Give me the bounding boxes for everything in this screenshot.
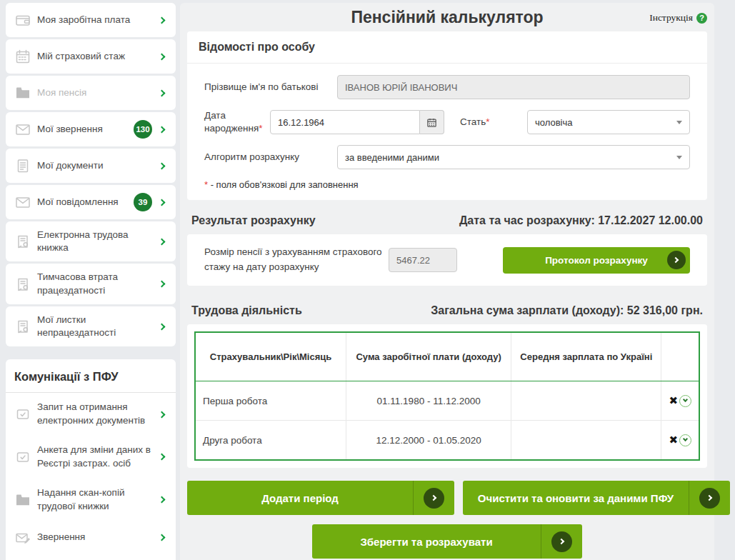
document-icon <box>14 157 37 174</box>
employer-cell: Друга робота <box>195 421 346 461</box>
row-actions: ✖ <box>661 421 699 461</box>
sidebar-item-label: Електронна трудова книжка <box>37 229 159 254</box>
sidebar-item-my-pension[interactable]: Моя пенсія <box>6 76 176 110</box>
sidebar-item-label: Мої документи <box>37 159 159 172</box>
action-buttons-row: Додати період Очистити та оновити за дан… <box>187 481 730 515</box>
fullname-input <box>337 75 690 99</box>
chevron-right-circle-icon <box>551 531 572 552</box>
folder-icon <box>14 491 37 509</box>
sidebar-item-request-e-documents[interactable]: Запит на отримання електронних документі… <box>6 393 176 436</box>
e-document-icon <box>14 406 37 423</box>
sidebar-item-registry-form[interactable]: Анкета для зміни даних в Реєстрі застрах… <box>6 436 176 479</box>
calendar-picker-button[interactable] <box>420 110 444 134</box>
chevron-right-icon <box>159 411 166 418</box>
instruction-link[interactable]: Інструкція ? <box>649 12 707 24</box>
average-cell <box>511 381 661 421</box>
chevron-right-icon <box>159 238 166 245</box>
envelope-icon <box>14 121 37 138</box>
expand-row-icon[interactable] <box>679 434 691 446</box>
fullname-row: Прізвище ім'я по батькові <box>204 75 690 99</box>
pension-amount-label: Розмір пенсії з урахуванням страхового с… <box>204 245 389 275</box>
main-panel: Пенсійний калькулятор Інструкція ? Відом… <box>180 3 714 560</box>
sidebar-item-insurance-record[interactable]: Мій страховий стаж <box>6 39 176 74</box>
birthdate-input[interactable] <box>270 110 420 134</box>
col-header-actions <box>661 332 699 381</box>
col-header-salary: Сума заробітної плати (доходу) <box>346 332 511 381</box>
required-asterisk: * <box>486 116 489 127</box>
sidebar-item-my-documents[interactable]: Мої документи <box>6 149 176 183</box>
sidebar-item-label: Звернення <box>37 531 159 544</box>
delete-row-icon[interactable]: ✖ <box>669 394 678 406</box>
algorithm-select[interactable]: за введеними даними <box>337 145 690 169</box>
col-header-employer: Страхувальник\Рік\Місяць <box>195 332 346 381</box>
clear-update-label: Очистити та оновити за даними ПФУ <box>463 492 689 504</box>
period-cell: 01.11.1980 - 11.12.2000 <box>346 381 511 421</box>
gender-selected-value: чоловіча <box>535 117 572 128</box>
requests-count-badge: 130 <box>134 120 152 139</box>
e-document-icon <box>14 449 37 466</box>
button-arrow-zone <box>413 481 454 515</box>
sidebar-item-my-requests[interactable]: Мої звернення 130 <box>6 112 176 146</box>
protocol-button[interactable]: Протокол розрахунку <box>503 247 690 274</box>
instruction-label: Інструкція <box>649 12 693 24</box>
work-section-head: Трудова діяльність Загальна сума зарплат… <box>180 296 714 324</box>
sidebar-item-salary[interactable]: Моя заробітна плата <box>6 3 176 37</box>
sidebar-item-label: Мої повідомлення <box>37 196 134 209</box>
sidebar-item-appeal[interactable]: Звернення <box>6 521 176 554</box>
clear-update-button[interactable]: Очистити та оновити за даними ПФУ <box>463 481 730 515</box>
sidebar-item-label: Мої звернення <box>37 123 134 136</box>
envelope-icon <box>14 194 37 211</box>
expand-row-icon[interactable] <box>679 395 691 407</box>
chevron-right-icon <box>159 53 166 60</box>
add-period-label: Додати період <box>187 492 413 504</box>
gender-label: Стать* <box>460 116 527 129</box>
pension-amount-input <box>389 248 457 272</box>
envelope-edit-icon <box>14 529 37 546</box>
sidebar-item-label: Мій страховий стаж <box>37 50 159 63</box>
add-period-button[interactable]: Додати період <box>187 481 454 515</box>
work-card: Страхувальник\Рік\Місяць Сума заробітної… <box>187 324 707 468</box>
delete-row-icon[interactable]: ✖ <box>669 434 678 446</box>
sidebar-item-e-workbook[interactable]: Електронна трудова книжка <box>6 221 176 261</box>
result-section-head: Результат розрахунку Дата та час розраху… <box>180 206 714 234</box>
sidebar-item-temp-disability[interactable]: Тимчасова втрата працездатності <box>6 264 176 304</box>
sidebar-item-my-messages[interactable]: Мої повідомлення 39 <box>6 185 176 219</box>
sidebar-item-label: Моя пенсія <box>37 86 159 99</box>
table-row: Друга робота 12.12.2000 - 01.05.2020 ✖ <box>195 421 699 461</box>
messages-count-badge: 39 <box>134 193 152 211</box>
work-book-icon <box>14 276 37 293</box>
sidebar-item-paper-documents[interactable]: Запит на підготовку паперових документів <box>6 554 176 560</box>
required-fields-note: * - поля обов'язкові для заповнення <box>204 179 690 190</box>
chevron-right-icon <box>159 126 166 133</box>
sidebar-item-workbook-scans[interactable]: Надання скан-копій трудової книжки <box>6 479 176 521</box>
birthdate-group <box>270 110 444 134</box>
algorithm-label: Алгоритм розрахунку <box>204 151 337 164</box>
sidebar-item-label: Анкета для зміни даних в Реєстрі застрах… <box>37 444 159 471</box>
row-actions: ✖ <box>661 381 699 421</box>
communications-section: Комунікації з ПФУ Запит на отримання еле… <box>6 359 176 560</box>
work-book-icon <box>14 233 37 250</box>
chevron-right-icon <box>159 199 166 206</box>
fullname-label: Прізвище ім'я по батькові <box>204 81 337 94</box>
save-calculate-button[interactable]: Зберегти та розрахувати <box>312 524 582 559</box>
chevron-right-icon <box>159 323 166 330</box>
chevron-right-icon <box>159 16 166 24</box>
calendar-icon <box>426 117 437 128</box>
result-card: Розмір пенсії з урахуванням страхового с… <box>187 234 707 286</box>
person-card: Відомості про особу Прізвище ім'я по бат… <box>187 31 707 200</box>
title-bar: Пенсійний калькулятор Інструкція ? <box>180 3 714 31</box>
chevron-right-icon <box>159 89 166 96</box>
question-icon: ? <box>696 13 707 24</box>
result-body: Розмір пенсії з урахуванням страхового с… <box>187 234 707 286</box>
birthdate-gender-row: Дата народження* Стать* чоловіча <box>204 109 690 135</box>
sidebar-item-sick-leaves[interactable]: Мої листки непрацездатності <box>6 306 176 346</box>
chevron-right-icon <box>159 162 166 169</box>
sidebar-item-label: Надання скан-копій трудової книжки <box>37 486 159 514</box>
gender-select[interactable]: чоловіча <box>527 110 690 134</box>
chevron-right-circle-icon <box>424 488 444 509</box>
button-arrow-zone <box>689 481 730 515</box>
sidebar-item-label: Тимчасова втрата працездатності <box>37 271 159 296</box>
chevron-right-circle-icon <box>667 251 686 269</box>
algorithm-selected-value: за введеними даними <box>345 152 439 163</box>
work-periods-table: Страхувальник\Рік\Місяць Сума заробітної… <box>194 331 700 461</box>
